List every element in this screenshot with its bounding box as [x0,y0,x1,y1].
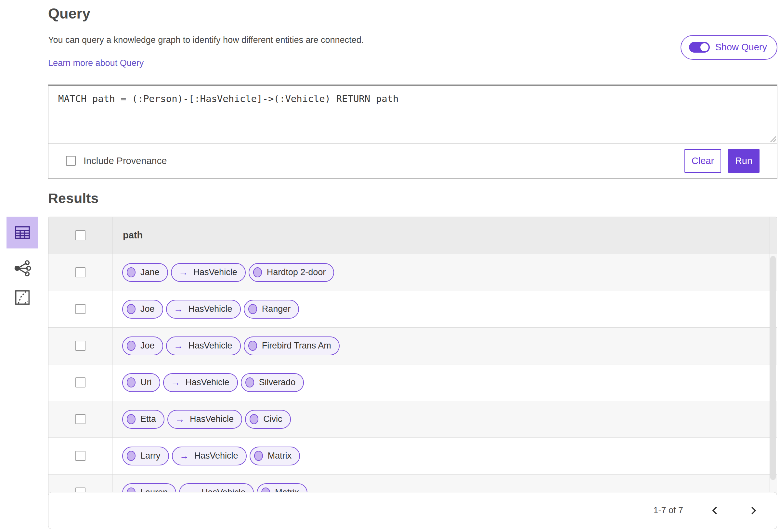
run-button[interactable]: Run [728,149,760,173]
pill-label: Larry [140,451,160,461]
entity-circle-icon [127,414,136,424]
entity-circle-icon [127,304,136,314]
row-checkbox-cell [48,254,112,291]
row-checkbox[interactable] [76,341,86,351]
entity-circle-icon [127,267,136,277]
node-pill[interactable]: Firebird Trans Am [244,336,340,355]
query-page: Query You can query a knowledge graph to… [0,0,780,532]
row-checkbox[interactable] [76,451,86,461]
results-region: path Jane→HasVehicleHardtop 2-doorJoe→Ha… [0,217,780,529]
row-path-cell: Joe→HasVehicleRanger [112,291,777,327]
toggle-knob [700,43,709,51]
entity-circle-icon [253,267,262,277]
edge-pill[interactable]: →HasVehicle [166,300,241,319]
arrow-right-icon: → [175,414,185,424]
scrollbar-track[interactable] [770,217,777,529]
header-path-cell: path [112,217,777,254]
row-checkbox[interactable] [76,377,86,387]
node-pill[interactable]: Hardtop 2-door [249,263,334,282]
edge-pill[interactable]: →HasVehicle [163,373,238,392]
header-checkbox-cell [48,217,112,254]
pill-label: Etta [140,414,156,424]
edge-pill[interactable]: →HasVehicle [172,446,247,466]
show-query-toggle[interactable]: Show Query [681,35,777,60]
map-view-button[interactable] [6,288,38,307]
row-path-cell: Larry→HasVehicleMatrix [112,438,777,474]
row-path-cell: Jane→HasVehicleHardtop 2-door [112,254,777,291]
entity-circle-icon [250,414,258,424]
node-pill[interactable]: Matrix [250,446,300,466]
select-all-checkbox[interactable] [76,230,86,241]
resize-grip-icon[interactable] [770,137,776,142]
map-view-icon [14,289,31,306]
learn-more-link[interactable]: Learn more about Query [48,58,144,68]
scrollbar-thumb[interactable] [770,256,776,480]
pill-label: Joe [140,341,155,351]
pill-label: HasVehicle [190,414,234,424]
pill-label: HasVehicle [189,304,232,314]
row-path-cell: Uri→HasVehicleSilverado [112,364,777,401]
query-editor[interactable]: MATCH path = (:Person)-[:HasVehicle]->(:… [48,85,777,144]
pill-label: HasVehicle [194,451,238,461]
entity-circle-icon [245,377,254,387]
entity-circle-icon [248,304,257,314]
entity-circle-icon [254,451,263,461]
prev-page-button[interactable] [709,504,722,517]
entity-circle-icon [127,451,136,461]
include-provenance-label: Include Provenance [84,156,167,166]
row-checkbox[interactable] [76,304,86,314]
view-switcher-rail [0,217,48,529]
include-provenance-checkbox[interactable] [66,156,76,166]
description-row: You can query a knowledge graph to ident… [48,35,777,68]
clear-button[interactable]: Clear [684,149,721,173]
node-pill[interactable]: Civic [245,410,291,429]
toggle-switch-icon[interactable] [689,42,710,53]
next-page-button[interactable] [747,504,760,517]
arrow-right-icon: → [174,304,183,314]
edge-pill[interactable]: →HasVehicle [167,410,242,429]
edge-pill[interactable]: →HasVehicle [171,263,246,282]
row-checkbox-cell [48,328,112,364]
row-path-cell: Joe→HasVehicleFirebird Trans Am [112,328,777,364]
table-row: Larry→HasVehicleMatrix [48,438,777,475]
node-pill[interactable]: Ranger [244,300,299,319]
link-chart-view-button[interactable] [6,259,38,278]
node-pill[interactable]: Silverado [241,373,304,392]
pill-label: HasVehicle [189,341,232,351]
chevron-left-icon [711,506,719,516]
description-column: You can query a knowledge graph to ident… [48,35,364,68]
node-pill[interactable]: Etta [122,410,164,429]
query-panel: MATCH path = (:Person)-[:HasVehicle]->(:… [48,85,777,179]
query-text: MATCH path = (:Person)-[:HasVehicle]->(:… [58,93,399,104]
table-view-button[interactable] [6,217,38,249]
row-checkbox-cell [48,438,112,474]
table-row: Joe→HasVehicleRanger [48,291,777,328]
row-checkbox-cell [48,291,112,327]
pill-label: Hardtop 2-door [267,267,326,277]
node-pill[interactable]: Jane [122,263,168,282]
arrow-right-icon: → [174,341,183,351]
results-table-wrap: path Jane→HasVehicleHardtop 2-doorJoe→Ha… [48,217,777,529]
arrow-right-icon: → [179,268,188,277]
query-panel-footer: Include Provenance Clear Run [48,144,777,178]
table-view-icon [13,223,32,242]
node-pill[interactable]: Joe [122,336,163,355]
table-row: Etta→HasVehicleCivic [48,401,777,438]
node-pill[interactable]: Uri [122,373,160,392]
row-checkbox[interactable] [76,414,86,424]
path-column-header: path [123,230,143,241]
arrow-right-icon: → [171,378,180,387]
results-table: path Jane→HasVehicleHardtop 2-doorJoe→Ha… [48,217,777,512]
table-row: Uri→HasVehicleSilverado [48,364,777,401]
pill-label: HasVehicle [186,377,230,387]
edge-pill[interactable]: →HasVehicle [166,336,241,355]
table-header-row: path [48,217,777,254]
row-checkbox[interactable] [76,267,86,277]
query-header: Query You can query a knowledge graph to… [0,0,780,68]
table-row: Jane→HasVehicleHardtop 2-door [48,254,777,291]
node-pill[interactable]: Larry [122,446,169,466]
pill-label: HasVehicle [193,267,237,277]
table-body: Jane→HasVehicleHardtop 2-doorJoe→HasVehi… [48,254,777,511]
node-pill[interactable]: Joe [122,300,163,319]
row-checkbox-cell [48,401,112,437]
